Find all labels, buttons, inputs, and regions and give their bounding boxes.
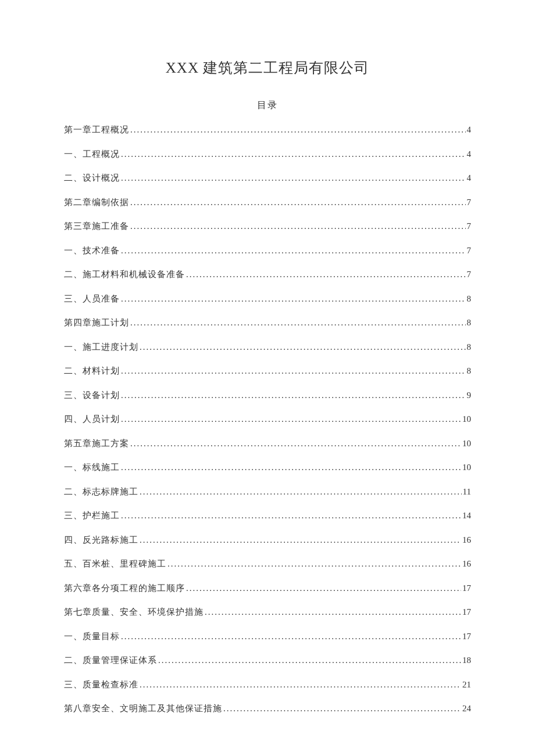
- toc-page: 7: [467, 270, 472, 280]
- toc-entry: 一、质量目标17: [64, 631, 471, 642]
- toc-dots: [121, 149, 466, 159]
- toc-label: 四、反光路标施工: [64, 535, 138, 546]
- toc-page: 4: [467, 125, 472, 135]
- toc-dots: [121, 632, 461, 642]
- toc-entry: 第三章施工准备7: [64, 221, 471, 232]
- toc-label: 三、质量检查标准: [64, 679, 138, 690]
- toc-dots: [130, 198, 466, 207]
- toc-page: 9: [467, 390, 472, 400]
- toc-page: 11: [463, 487, 471, 497]
- toc-entry: 第六章各分项工程的施工顺序17: [64, 583, 471, 594]
- toc-page: 10: [462, 414, 471, 424]
- toc-entry: 第八章安全、文明施工及其他保证措施24: [64, 703, 471, 714]
- toc-label: 四、人员计划: [64, 414, 120, 425]
- toc-label: 第一章工程概况: [64, 124, 129, 135]
- toc-entry: 一、施工进度计划8: [64, 342, 471, 353]
- toc-entry: 四、人员计划10: [64, 414, 471, 425]
- toc-entry: 三、设备计划9: [64, 390, 471, 401]
- toc-page: 7: [467, 221, 472, 231]
- toc-label: 五、百米桩、里程碑施工: [64, 558, 166, 569]
- toc-page: 10: [462, 463, 471, 472]
- toc-dots: [121, 294, 466, 304]
- toc-label: 三、设备计划: [64, 390, 120, 401]
- toc-label: 第六章各分项工程的施工顺序: [64, 583, 185, 594]
- toc-heading: 目录: [64, 99, 471, 112]
- document-title: XXX 建筑第二工程局有限公司: [64, 58, 471, 77]
- toc-page: 7: [467, 246, 472, 256]
- toc-page: 21: [462, 680, 471, 690]
- toc-label: 第七章质量、安全、环境保护措施: [64, 607, 204, 618]
- toc-entry: 五、百米桩、里程碑施工16: [64, 558, 471, 569]
- toc-label: 第三章施工准备: [64, 221, 129, 232]
- toc-dots: [121, 173, 466, 183]
- toc-dots: [130, 125, 466, 135]
- toc-dots: [140, 342, 466, 352]
- toc-label: 一、施工进度计划: [64, 342, 138, 353]
- toc-page: 7: [467, 198, 472, 207]
- toc-dots: [205, 607, 461, 617]
- toc-page: 8: [467, 366, 472, 376]
- toc-entry: 第二章编制依据7: [64, 197, 471, 208]
- toc-entry: 三、护栏施工14: [64, 510, 471, 521]
- toc-dots: [130, 439, 461, 449]
- toc-entry: 二、设计概况4: [64, 173, 471, 184]
- toc-label: 二、施工材料和机械设备准备: [64, 269, 185, 280]
- toc-label: 第二章编制依据: [64, 197, 129, 208]
- toc-page: 4: [467, 173, 472, 183]
- toc-dots: [140, 680, 461, 690]
- toc-entry: 一、技术准备7: [64, 245, 471, 256]
- toc-dots: [121, 463, 461, 472]
- toc-entry: 第五章施工方案10: [64, 438, 471, 449]
- toc-entry: 三、质量检查标准21: [64, 679, 471, 690]
- toc-label: 一、质量目标: [64, 631, 120, 642]
- toc-entry: 一、工程概况4: [64, 149, 471, 160]
- toc-dots: [167, 559, 461, 569]
- toc-page: 17: [462, 607, 471, 617]
- toc-entry: 二、施工材料和机械设备准备7: [64, 269, 471, 280]
- toc-dots: [121, 511, 461, 521]
- toc-entry: 第四章施工计划8: [64, 317, 471, 328]
- toc-dots: [186, 270, 466, 280]
- toc-page: 16: [462, 535, 471, 545]
- toc-page: 10: [462, 439, 471, 449]
- toc-label: 二、质量管理保证体系: [64, 655, 157, 666]
- table-of-contents: 第一章工程概况4 一、工程概况4 二、设计概况4 第二章编制依据7 第三章施工准…: [64, 124, 471, 714]
- toc-page: 14: [462, 511, 471, 521]
- toc-dots: [121, 390, 466, 400]
- toc-label: 二、材料计划: [64, 366, 120, 377]
- toc-entry: 二、标志标牌施工11: [64, 486, 471, 497]
- toc-dots: [130, 318, 466, 328]
- toc-page: 16: [462, 559, 471, 569]
- toc-page: 17: [462, 632, 471, 642]
- toc-entry: 一、标线施工10: [64, 462, 471, 473]
- toc-label: 一、技术准备: [64, 245, 120, 256]
- toc-label: 三、护栏施工: [64, 510, 120, 521]
- toc-page: 18: [462, 655, 471, 665]
- toc-dots: [186, 583, 461, 593]
- toc-entry: 二、材料计划8: [64, 366, 471, 377]
- toc-dots: [121, 414, 461, 424]
- toc-dots: [121, 246, 466, 256]
- toc-page: 4: [467, 149, 472, 159]
- toc-entry: 四、反光路标施工16: [64, 535, 471, 546]
- toc-entry: 三、人员准备8: [64, 293, 471, 304]
- toc-dots: [223, 704, 461, 714]
- toc-dots: [158, 655, 461, 665]
- toc-dots: [121, 366, 466, 376]
- toc-dots: [140, 487, 462, 497]
- toc-dots: [140, 535, 461, 545]
- toc-label: 一、工程概况: [64, 149, 120, 160]
- toc-label: 第四章施工计划: [64, 317, 129, 328]
- toc-page: 17: [462, 583, 471, 593]
- toc-label: 三、人员准备: [64, 293, 120, 304]
- toc-dots: [130, 221, 466, 231]
- toc-page: 8: [467, 294, 472, 304]
- toc-label: 二、标志标牌施工: [64, 486, 138, 497]
- toc-entry: 第一章工程概况4: [64, 124, 471, 135]
- toc-page: 8: [467, 318, 472, 328]
- toc-page: 8: [467, 342, 472, 352]
- toc-page: 24: [462, 704, 471, 714]
- toc-label: 二、设计概况: [64, 173, 120, 184]
- toc-entry: 第七章质量、安全、环境保护措施17: [64, 607, 471, 618]
- toc-label: 第八章安全、文明施工及其他保证措施: [64, 703, 222, 714]
